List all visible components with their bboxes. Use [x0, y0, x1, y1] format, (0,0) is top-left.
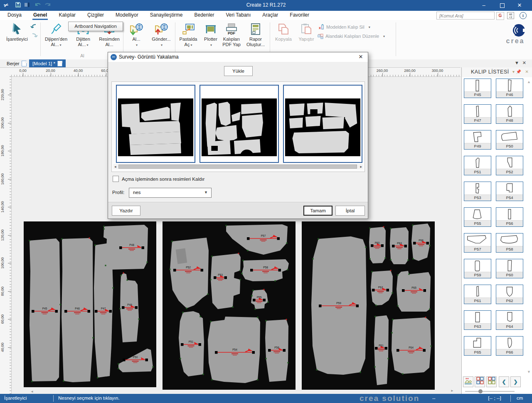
close-view-icon[interactable]: ✕ [522, 60, 530, 65]
menu-dosya[interactable]: Dosya [2, 11, 27, 20]
pattern-card-p57[interactable]: P57 [464, 233, 491, 253]
scrollbar-thumb[interactable] [118, 165, 357, 169]
add-patterns-button[interactable]: ++ [463, 376, 473, 387]
pattern-card-p46[interactable]: P46 [496, 79, 523, 98]
menu-kal-plar[interactable]: Kalıplar [53, 11, 81, 20]
pattern-piece-p64[interactable] [392, 317, 431, 374]
resimden-al-label: ResimdenAl... [99, 37, 120, 47]
kaliplari-pdf-button[interactable]: PDF KalıplarıPDF Yap [220, 22, 243, 47]
pattern-card-p54[interactable]: P54 [496, 182, 523, 201]
collapse-icon[interactable]: ▼ [515, 60, 522, 65]
pattern-card-p56[interactable]: P56 [496, 207, 523, 227]
profile-dropdown[interactable]: nes ▼ [129, 188, 212, 198]
alt-x-shortcut-icon[interactable]: Alt +X [507, 12, 514, 19]
scroll-right-icon[interactable]: ▸ [360, 165, 362, 169]
pattern-card-p51[interactable]: P51 [464, 156, 491, 175]
ruler-label: 80,00 [0, 286, 5, 296]
pattern-card-p60[interactable]: P60 [496, 259, 523, 278]
guide-icon[interactable]: G [496, 12, 504, 20]
pattern-card-p66[interactable]: P66 [496, 336, 523, 356]
maximize-button[interactable] [494, 0, 510, 11]
pattern-card-p45[interactable]: P45 [464, 79, 491, 98]
remove-images-checkbox-row[interactable]: Açma işleminden sonra resimleri Kaldır [113, 176, 204, 182]
gonder-export-button[interactable]: Gönder...▾ [149, 22, 174, 48]
pattern-card-p64[interactable]: P64 [496, 310, 523, 330]
pattern-card-p52[interactable]: P52 [496, 156, 523, 175]
pin-icon[interactable]: 📌 [516, 69, 521, 74]
al-import-button[interactable]: Al...▾ [125, 22, 148, 48]
pattern-layout-button-1[interactable] [475, 376, 485, 387]
marker-panel-1[interactable]: P45P46P47P48P49P50 [24, 221, 156, 387]
menu-bedenler[interactable]: Bedenler [188, 11, 220, 20]
al-import-label: Al...▾ [133, 37, 140, 48]
thumbnail-scrollbar[interactable]: ◂ ▸ [113, 164, 363, 169]
panel-controls[interactable]: ▼✕ [515, 60, 530, 66]
pattern-card-p55[interactable]: P55 [464, 207, 491, 227]
pattern-piece-p61[interactable] [374, 315, 389, 385]
menu-genel[interactable]: Genel [27, 11, 53, 20]
dialog-close-button[interactable]: ✕ [357, 54, 365, 61]
unit-label[interactable]: cm [517, 396, 523, 401]
checkbox[interactable] [113, 176, 119, 182]
marker-panel-3[interactable]: P59P60P63P66P62P65P61P64 [302, 221, 435, 390]
pattern-card-p48[interactable]: P48 [496, 104, 523, 124]
pattern-card-label: P46 [496, 91, 523, 98]
pattern-card-p53[interactable]: P53 [464, 182, 491, 201]
marker-tool-button[interactable]: İşaretleyici [2, 22, 32, 42]
slider-knob[interactable] [478, 389, 483, 393]
rapor-olustur-button[interactable]: RaporOluştur... [244, 22, 268, 47]
pattern-card-p47[interactable]: P47 [464, 104, 491, 124]
pattern-card-p58[interactable]: P58 [496, 233, 523, 253]
alandaki-kaliplari-duzenle-button[interactable]: ++ Alandaki Kalıpları Düzenle ▾ [318, 33, 385, 39]
capture-thumbnail-2[interactable] [200, 85, 279, 163]
undo-small-icon[interactable] [30, 23, 38, 32]
minimize-button[interactable]: – [475, 0, 492, 11]
cancel-button[interactable]: İptal [335, 206, 365, 216]
panel-close-icon[interactable]: ✕ [525, 69, 529, 74]
pattern-card-p50[interactable]: P50 [496, 130, 523, 150]
print-button[interactable]: Yazdır [112, 206, 140, 216]
ok-button[interactable]: Tamam [303, 206, 332, 216]
close-button[interactable]: ✕ [511, 0, 528, 11]
menu-ara-lar[interactable]: Araçlar [256, 11, 284, 20]
menu-modelliyor[interactable]: Modelliyor [110, 11, 144, 20]
menu-favoriler[interactable]: Favoriler [284, 11, 315, 20]
menu-sanayile-tirme[interactable]: Sanayileştirme [144, 11, 189, 20]
plotter-button[interactable]: Plotter▾ [201, 22, 220, 48]
command-search-input[interactable] [436, 12, 495, 20]
menu-veri-taban[interactable]: Veri Tabanı [220, 11, 257, 20]
scroll-up-icon[interactable]: ▲ [527, 80, 531, 84]
previous-page-button[interactable]: ❮ [499, 376, 509, 387]
pastalda-ac-button[interactable]: PastaldaAç▾ [176, 22, 200, 48]
pattern-card-label: P51 [464, 169, 491, 175]
tab-model-1[interactable]: [Model 1] * [29, 59, 66, 67]
dialog-title-bar[interactable]: ✂ Survey- Görüntü Yakalama ✕ [108, 52, 368, 62]
capture-thumbnail-1[interactable] [116, 85, 195, 163]
marker-panel-2[interactable]: P52P53P57P58P55P51P54P56 [163, 221, 296, 390]
marker-tool-label: İşaretleyici [6, 37, 28, 42]
pattern-card-p49[interactable]: P49 [464, 130, 491, 150]
hscroll-right-icon[interactable]: ► [451, 389, 454, 393]
panel-menu-icon[interactable]: ▾ [512, 69, 515, 74]
dijipen-al-button[interactable]: Dijipen'denAl...▾ [42, 22, 70, 48]
load-button[interactable]: Yükle [224, 66, 253, 76]
next-page-button[interactable]: ❯ [510, 376, 521, 387]
hscroll-left-icon[interactable]: ◄ [30, 390, 34, 393]
tab-berjer[interactable]: Berjer [3, 59, 30, 67]
menu-izgiler[interactable]: Çizgiler [81, 11, 110, 20]
pattern-card-p62[interactable]: P62 [496, 285, 523, 304]
modelden-kalip-sil-button[interactable]: x Modelden Kalıp Sil ▾ [318, 24, 370, 30]
folder-globe-export-icon [154, 22, 169, 37]
pattern-layout-button-2[interactable] [486, 376, 497, 387]
pattern-card-label: P50 [496, 143, 523, 149]
info-icon[interactable]: i [520, 12, 527, 19]
pattern-piece-p53[interactable] [211, 253, 241, 309]
scroll-left-icon[interactable]: ◂ [114, 165, 116, 169]
scroll-down-icon[interactable]: ▼ [527, 370, 531, 374]
pattern-card-p63[interactable]: P63 [464, 310, 491, 330]
pattern-card-p65[interactable]: P65 [464, 336, 491, 356]
pattern-card-p61[interactable]: P61 [464, 285, 491, 304]
pattern-card-p59[interactable]: P59 [464, 259, 491, 278]
thumbnail-size-slider[interactable] [465, 390, 515, 393]
capture-thumbnail-3[interactable] [283, 85, 362, 163]
